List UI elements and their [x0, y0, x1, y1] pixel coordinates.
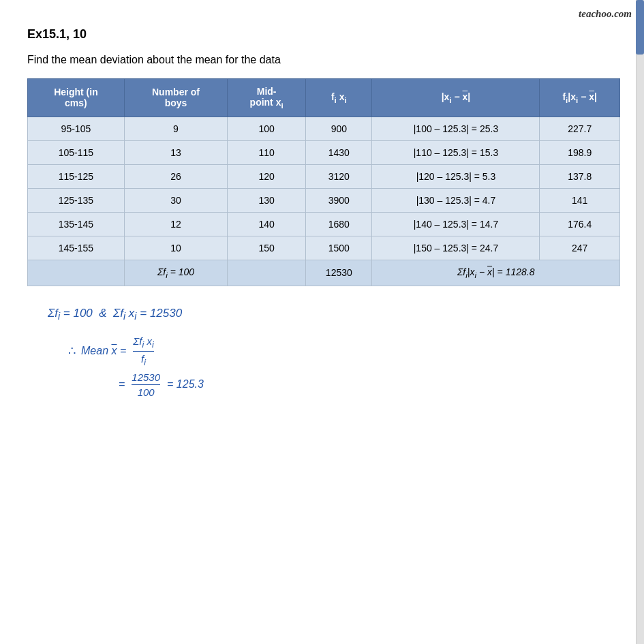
cell-fiabsdev-6: 247	[540, 236, 620, 260]
cell-height-3: 115-125	[28, 164, 125, 188]
cell-mid-6: 150	[228, 236, 306, 260]
cell-height-4: 125-135	[28, 188, 125, 212]
mean-label: Mean x =	[81, 345, 126, 357]
cell-fiabsdev-5: 176.4	[540, 212, 620, 236]
col-header-midpoint: Mid-point xi	[228, 79, 306, 117]
cell-boys-2: 13	[124, 140, 227, 164]
col-header-height: Height (incms)	[28, 79, 125, 117]
cell-absdev-4: |130 – 125.3| = 4.7	[372, 188, 540, 212]
exercise-title: Ex15.1, 10	[27, 27, 617, 42]
table-row: 105-115 13 110 1430 |110 – 125.3| = 15.3…	[28, 140, 620, 164]
cell-height-2: 105-115	[28, 140, 125, 164]
cell-absdev-5: |140 – 125.3| = 14.7	[372, 212, 540, 236]
cell-height-1: 95-105	[28, 117, 125, 140]
cell-boys-5: 12	[124, 212, 227, 236]
cell-total-fixi: 12530	[306, 260, 372, 286]
cell-height-5: 135-145	[28, 212, 125, 236]
sum-line: Σfi = 100 & Σfi xi = 12530	[48, 307, 617, 322]
problem-statement: Find the mean deviation about the mean f…	[27, 54, 617, 66]
mean-result: = 125.3	[167, 378, 204, 390]
cell-boys-1: 9	[124, 117, 227, 140]
fraction-denominator-2: 100	[138, 385, 155, 398]
cell-absdev-1: |100 – 125.3| = 25.3	[372, 117, 540, 140]
equals-sign: =	[119, 378, 125, 390]
table-row-total: Σfi = 100 12530 Σfi|xi − x| = 1128.8	[28, 260, 620, 286]
cell-absdev-3: |120 – 125.3| = 5.3	[372, 164, 540, 188]
cell-mid-4: 130	[228, 188, 306, 212]
mean-fraction-1: Σfi xi fi	[133, 335, 153, 367]
cell-mid-2: 110	[228, 140, 306, 164]
fraction-denominator-1: fi	[141, 352, 146, 367]
cell-fixi-6: 1500	[306, 236, 372, 260]
cell-absdev-6: |150 – 125.3| = 24.7	[372, 236, 540, 260]
scrollbar-track[interactable]	[636, 0, 644, 644]
cell-boys-4: 30	[124, 188, 227, 212]
watermark: teachoo.com	[579, 8, 632, 20]
cell-fiabsdev-1: 227.7	[540, 117, 620, 140]
cell-total-empty-2	[228, 260, 306, 286]
cell-fixi-5: 1680	[306, 212, 372, 236]
scrollbar-thumb[interactable]	[636, 0, 644, 55]
fraction-numerator-1: Σfi xi	[133, 335, 153, 352]
therefore-symbol: ∴	[68, 343, 76, 358]
table-row: 135-145 12 140 1680 |140 – 125.3| = 14.7…	[28, 212, 620, 236]
cell-total-empty-1	[28, 260, 125, 286]
col-header-boys: Number ofboys	[124, 79, 227, 117]
cell-mid-3: 120	[228, 164, 306, 188]
table-row: 115-125 26 120 3120 |120 – 125.3| = 5.3 …	[28, 164, 620, 188]
cell-fiabsdev-4: 141	[540, 188, 620, 212]
cell-fiabsdev-3: 137.8	[540, 164, 620, 188]
cell-fixi-4: 3900	[306, 188, 372, 212]
cell-fixi-2: 1430	[306, 140, 372, 164]
col-header-fiabsdev: fi|xi − x|	[540, 79, 620, 117]
mean-fraction-2: 12530 100	[132, 371, 160, 398]
cell-boys-6: 10	[124, 236, 227, 260]
mean-line-1: ∴ Mean x = Σfi xi fi	[68, 335, 617, 367]
col-header-absdev: |xi − x|	[372, 79, 540, 117]
cell-total-fi: Σfi = 100	[124, 260, 227, 286]
cell-fiabsdev-2: 198.9	[540, 140, 620, 164]
cell-fixi-3: 3120	[306, 164, 372, 188]
table-row: 125-135 30 130 3900 |130 – 125.3| = 4.7 …	[28, 188, 620, 212]
data-table: Height (incms) Number ofboys Mid-point x…	[27, 78, 620, 286]
cell-height-6: 145-155	[28, 236, 125, 260]
mean-section: ∴ Mean x = Σfi xi fi = 12530 100 = 125.3	[68, 335, 617, 398]
cell-mid-5: 140	[228, 212, 306, 236]
cell-total-fiabsdev: Σfi|xi − x| = 1128.8	[372, 260, 620, 286]
table-row: 95-105 9 100 900 |100 – 125.3| = 25.3 22…	[28, 117, 620, 140]
cell-absdev-2: |110 – 125.3| = 15.3	[372, 140, 540, 164]
summary-section: Σfi = 100 & Σfi xi = 12530 ∴ Mean x = Σf…	[48, 307, 617, 398]
table-row: 145-155 10 150 1500 |150 – 125.3| = 24.7…	[28, 236, 620, 260]
fraction-numerator-2: 12530	[132, 371, 160, 385]
cell-mid-1: 100	[228, 117, 306, 140]
mean-line-2: = 12530 100 = 125.3	[119, 371, 617, 398]
cell-fixi-1: 900	[306, 117, 372, 140]
col-header-fixi: fi xi	[306, 79, 372, 117]
cell-boys-3: 26	[124, 164, 227, 188]
